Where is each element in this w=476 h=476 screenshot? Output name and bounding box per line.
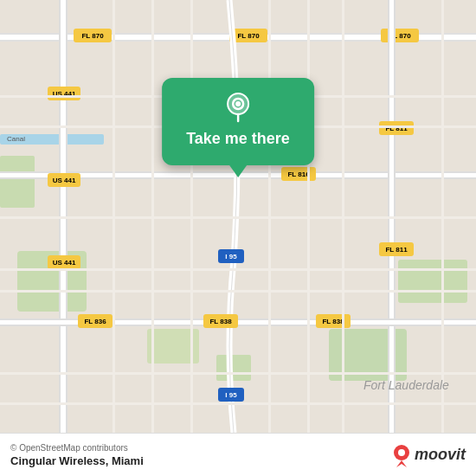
svg-rect-59: [113, 0, 115, 433]
map-attribution: © OpenStreetMap contributors: [10, 443, 144, 453]
svg-text:US 441: US 441: [53, 259, 76, 267]
svg-point-69: [235, 101, 241, 106]
svg-text:FL 816: FL 816: [287, 170, 310, 178]
moovit-brand-text: moovit: [415, 446, 466, 464]
svg-rect-6: [398, 260, 467, 303]
place-name-label: Cingular Wireless, Miami: [10, 454, 144, 467]
svg-rect-64: [342, 0, 344, 433]
svg-rect-5: [216, 355, 251, 381]
svg-point-71: [398, 449, 405, 456]
location-pin-icon: [222, 92, 254, 123]
svg-rect-2: [0, 156, 35, 208]
svg-text:FL 870: FL 870: [81, 32, 104, 40]
svg-rect-63: [307, 0, 310, 433]
map-container: Canal FL 870 FL 870 FL 870 FL 816 FL 811…: [0, 0, 476, 433]
svg-text:FL 870: FL 870: [237, 32, 260, 40]
svg-rect-54: [0, 216, 476, 219]
svg-rect-62: [268, 0, 271, 433]
svg-text:FL 838: FL 838: [209, 318, 232, 325]
svg-text:Canal: Canal: [7, 135, 25, 143]
svg-text:I 95: I 95: [225, 253, 237, 261]
svg-rect-60: [151, 0, 154, 433]
bottom-left-info: © OpenStreetMap contributors Cingular Wi…: [10, 443, 144, 467]
svg-rect-55: [0, 268, 476, 271]
svg-rect-65: [441, 0, 444, 433]
svg-text:FL 836: FL 836: [84, 318, 106, 325]
popup-card[interactable]: Take me there: [162, 78, 314, 165]
svg-text:FL 838: FL 838: [322, 318, 344, 325]
svg-text:FL 811: FL 811: [385, 246, 408, 254]
moovit-pin-icon: [392, 443, 411, 467]
bottom-bar: © OpenStreetMap contributors Cingular Wi…: [0, 433, 476, 476]
svg-text:US 441: US 441: [53, 177, 76, 184]
svg-rect-61: [190, 0, 193, 433]
svg-rect-57: [0, 372, 476, 375]
svg-text:Fort Lauderdale: Fort Lauderdale: [363, 378, 449, 392]
moovit-logo: moovit: [392, 443, 466, 467]
svg-text:I 95: I 95: [225, 391, 237, 399]
svg-rect-56: [0, 290, 476, 293]
svg-rect-58: [0, 402, 476, 405]
take-me-there-button[interactable]: Take me there: [186, 130, 290, 148]
